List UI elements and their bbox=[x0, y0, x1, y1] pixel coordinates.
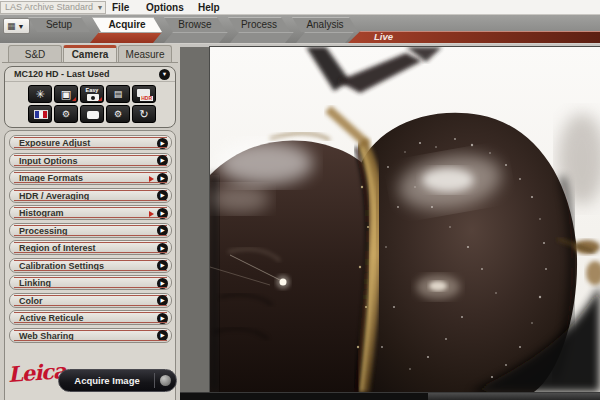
sidebar-tab-sd[interactable]: S&D bbox=[8, 45, 62, 62]
expand-button[interactable]: ▶ bbox=[157, 295, 168, 306]
gallery-tool-icon: ▦ bbox=[7, 21, 16, 31]
tab-setup[interactable]: Setup bbox=[28, 17, 90, 32]
live-status-label: Live bbox=[374, 31, 393, 43]
expand-arrow-icon: ▶ bbox=[157, 208, 168, 219]
section-processing[interactable]: Processing ▶ bbox=[9, 223, 172, 238]
section-label: Active Reticule bbox=[19, 311, 84, 325]
attention-marker bbox=[149, 176, 154, 182]
expand-button[interactable]: ▶ bbox=[157, 138, 168, 149]
section-label: Linking bbox=[19, 276, 51, 290]
section-label: Input Options bbox=[19, 154, 78, 168]
menu-help[interactable]: Help bbox=[198, 1, 220, 14]
white-balance-icon bbox=[87, 111, 99, 119]
shading-wheel-button[interactable]: ✳ bbox=[28, 85, 52, 103]
sidebar-tab-camera[interactable]: Camera bbox=[63, 45, 117, 62]
scrollbar-thumb[interactable] bbox=[428, 393, 600, 400]
expand-button[interactable]: ▶ bbox=[157, 313, 168, 324]
expand-arrow-icon: ▶ bbox=[157, 243, 168, 254]
section-label: Region of Interest bbox=[19, 241, 96, 255]
section-image-formats[interactable]: Image Formats ▶ bbox=[9, 170, 172, 185]
shutter-indicator-icon[interactable] bbox=[160, 375, 171, 386]
expand-button[interactable]: ▶ bbox=[157, 330, 168, 341]
snapshot-preview-button[interactable]: ▣ bbox=[54, 85, 78, 103]
expand-button[interactable]: ▶ bbox=[157, 173, 168, 184]
auto-settings-icon: ⚙ bbox=[55, 106, 77, 123]
expand-button[interactable]: ▶ bbox=[157, 190, 168, 201]
section-linking[interactable]: Linking ▶ bbox=[9, 275, 172, 290]
las-application-window: LAS Archive Standard ▾ File Options Help… bbox=[0, 0, 600, 400]
section-input-options[interactable]: Input Options ▶ bbox=[9, 153, 172, 168]
section-label: Calibration Settings bbox=[19, 259, 104, 273]
live-status-banner: Live bbox=[348, 31, 600, 44]
subband-segment bbox=[230, 32, 294, 43]
acquire-image-button[interactable]: Acquire Image bbox=[58, 369, 177, 392]
section-label: Image Formats bbox=[19, 171, 83, 185]
tab-analysis[interactable]: Analysis bbox=[292, 17, 358, 32]
section-calibration-settings[interactable]: Calibration Settings ▶ bbox=[9, 258, 172, 273]
z-stack-icon: ▤ bbox=[107, 86, 129, 103]
section-active-reticule[interactable]: Active Reticule ▶ bbox=[9, 310, 172, 325]
tab-acquire[interactable]: Acquire bbox=[92, 17, 162, 32]
expand-button[interactable]: ▶ bbox=[157, 155, 168, 166]
expand-button[interactable]: ▶ bbox=[157, 260, 168, 271]
expand-arrow-icon: ▶ bbox=[157, 278, 168, 289]
easy-mode-camera-button[interactable]: Easy bbox=[80, 85, 104, 103]
section-label: Histogram bbox=[19, 206, 64, 220]
expand-button[interactable]: ▶ bbox=[157, 208, 168, 219]
section-histogram[interactable]: Histogram ▶ bbox=[9, 205, 172, 220]
expand-button[interactable]: ▶ bbox=[157, 278, 168, 289]
expand-arrow-icon: ▶ bbox=[157, 138, 168, 149]
divider bbox=[2, 62, 178, 63]
main-view-area bbox=[180, 44, 600, 400]
expand-arrow-icon: ▶ bbox=[157, 260, 168, 271]
hdr-display-button[interactable]: HDR bbox=[132, 85, 156, 103]
refresh-button[interactable]: ↻ bbox=[132, 105, 156, 123]
section-region-of-interest[interactable]: Region of Interest ▶ bbox=[9, 240, 172, 255]
z-stack-button[interactable]: ▤ bbox=[106, 85, 130, 103]
tab-browse[interactable]: Browse bbox=[164, 17, 226, 32]
expand-arrow-icon: ▶ bbox=[157, 295, 168, 306]
camera-panel-header[interactable]: MC120 HD - Last Used ▼ bbox=[5, 67, 175, 82]
preset-selector[interactable]: LAS Archive Standard ▾ bbox=[0, 1, 106, 14]
camera-panel: MC120 HD - Last Used ▼ ✳ ▣ Easy ▤ HDR bbox=[4, 66, 176, 128]
shading-wheel-icon: ✳ bbox=[29, 86, 51, 103]
live-camera-image bbox=[210, 47, 600, 392]
menu-file[interactable]: File bbox=[112, 1, 129, 14]
section-label: Exposure Adjust bbox=[19, 136, 90, 150]
section-color[interactable]: Color ▶ bbox=[9, 293, 172, 308]
camera-panel-title: MC120 HD - Last Used bbox=[14, 69, 110, 79]
tab-process[interactable]: Process bbox=[228, 17, 290, 32]
menu-options[interactable]: Options bbox=[146, 1, 184, 14]
active-tab-underline bbox=[90, 32, 162, 43]
subband-segment bbox=[296, 32, 354, 43]
gallery-tool-button[interactable]: ▦▼ bbox=[3, 18, 30, 34]
chevron-down-icon: ▼ bbox=[18, 23, 25, 30]
section-label: Processing bbox=[19, 224, 68, 238]
easy-mode-label: Easy bbox=[81, 87, 103, 93]
attention-marker bbox=[98, 97, 102, 101]
camera-icon-grid: ✳ ▣ Easy ▤ HDR ⚙ ⚙ ↻ bbox=[28, 85, 156, 125]
subband-segment bbox=[164, 32, 228, 43]
sidebar: S&D Camera Measure MC120 HD - Last Used … bbox=[0, 44, 180, 400]
section-label: Web Sharing bbox=[19, 329, 74, 343]
flag-language-icon bbox=[34, 110, 48, 119]
collapse-arrow-icon: ▼ bbox=[159, 69, 170, 80]
expand-button[interactable]: ▶ bbox=[157, 225, 168, 236]
auto-settings-button[interactable]: ⚙ bbox=[54, 105, 78, 123]
horizontal-scrollbar[interactable] bbox=[180, 392, 600, 400]
section-exposure-adjust[interactable]: Exposure Adjust ▶ bbox=[9, 135, 172, 150]
divider bbox=[154, 373, 155, 388]
sidebar-tab-measure[interactable]: Measure bbox=[118, 45, 172, 62]
section-hdr-averaging[interactable]: HDR / Averaging ▶ bbox=[9, 188, 172, 203]
white-balance-button[interactable] bbox=[80, 105, 104, 123]
acquire-image-label: Acquire Image bbox=[59, 370, 155, 391]
attention-marker bbox=[72, 97, 76, 101]
section-web-sharing[interactable]: Web Sharing ▶ bbox=[9, 328, 172, 343]
flag-language-button[interactable] bbox=[28, 105, 52, 123]
collapse-button[interactable]: ▼ bbox=[159, 69, 170, 80]
manual-settings-icon: ⚙ bbox=[107, 106, 129, 123]
expand-button[interactable]: ▶ bbox=[157, 243, 168, 254]
preset-selector-value: LAS Archive Standard bbox=[5, 2, 93, 12]
manual-settings-button[interactable]: ⚙ bbox=[106, 105, 130, 123]
expand-arrow-icon: ▶ bbox=[157, 225, 168, 236]
